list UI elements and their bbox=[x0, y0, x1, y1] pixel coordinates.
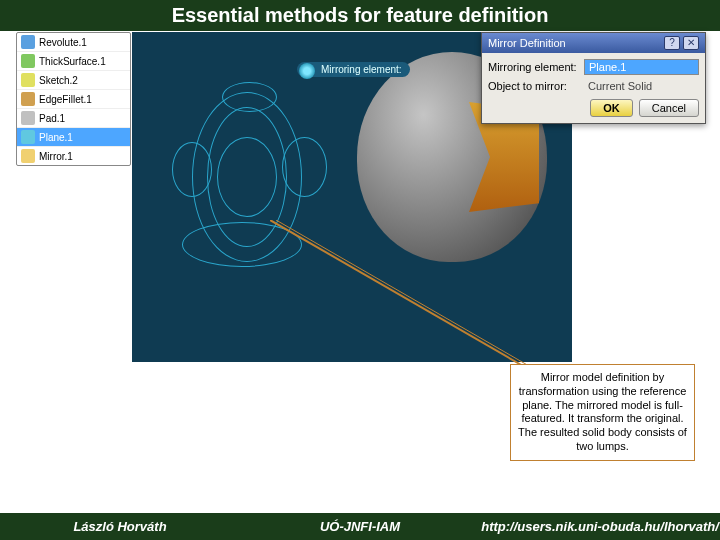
footer-url: http://users.nik.uni-obuda.hu/lhorvath/ bbox=[480, 519, 720, 534]
tree-item-pad[interactable]: Pad.1 bbox=[17, 109, 130, 128]
tree-label: Mirror.1 bbox=[39, 151, 73, 162]
callout-text: Mirror model definition by transformatio… bbox=[510, 364, 695, 461]
page-title: Essential methods for feature definition bbox=[0, 0, 720, 31]
tree-item-revolute[interactable]: Revolute.1 bbox=[17, 33, 130, 52]
tree-label: Revolute.1 bbox=[39, 37, 87, 48]
pad-icon bbox=[21, 111, 35, 125]
object-to-mirror-field: Current Solid bbox=[584, 79, 699, 93]
sketch-icon bbox=[21, 73, 35, 87]
tree-item-edgefillet[interactable]: EdgeFillet.1 bbox=[17, 90, 130, 109]
mirroring-element-field[interactable]: Plane.1 bbox=[584, 59, 699, 75]
tree-label: Sketch.2 bbox=[39, 75, 78, 86]
object-to-mirror-label: Object to mirror: bbox=[488, 80, 578, 92]
revolute-icon bbox=[21, 35, 35, 49]
footer-bar: László Horváth UÓ-JNFI-IAM http://users.… bbox=[0, 513, 720, 540]
help-button[interactable]: ? bbox=[664, 36, 680, 50]
tag-label: Mirroring element: bbox=[321, 64, 402, 75]
tree-item-sketch[interactable]: Sketch.2 bbox=[17, 71, 130, 90]
tree-label: Pad.1 bbox=[39, 113, 65, 124]
tree-item-thicksurface[interactable]: ThickSurface.1 bbox=[17, 52, 130, 71]
footer-org: UÓ-JNFI-IAM bbox=[240, 519, 480, 534]
close-button[interactable]: ✕ bbox=[683, 36, 699, 50]
dialog-body: Mirroring element: Plane.1 Object to mir… bbox=[482, 53, 705, 123]
mirror-tag-icon bbox=[299, 63, 315, 79]
footer-author: László Horváth bbox=[0, 519, 240, 534]
mirroring-element-label: Mirroring element: bbox=[488, 61, 578, 73]
tree-item-mirror[interactable]: Mirror.1 bbox=[17, 147, 130, 165]
dialog-title-text: Mirror Definition bbox=[488, 37, 566, 49]
tree-label: Plane.1 bbox=[39, 132, 73, 143]
ok-button[interactable]: OK bbox=[590, 99, 633, 117]
fillet-icon bbox=[21, 92, 35, 106]
wireframe-model bbox=[162, 82, 342, 282]
tree-label: ThickSurface.1 bbox=[39, 56, 106, 67]
tree-label: EdgeFillet.1 bbox=[39, 94, 92, 105]
feature-tree: Revolute.1 ThickSurface.1 Sketch.2 EdgeF… bbox=[16, 32, 131, 166]
mirror-icon bbox=[21, 149, 35, 163]
plane-icon bbox=[21, 130, 35, 144]
cancel-button[interactable]: Cancel bbox=[639, 99, 699, 117]
tree-item-plane[interactable]: Plane.1 bbox=[17, 128, 130, 147]
thicksurface-icon bbox=[21, 54, 35, 68]
mirror-definition-dialog: Mirror Definition ? ✕ Mirroring element:… bbox=[481, 32, 706, 124]
mirroring-element-tag[interactable]: Mirroring element: bbox=[297, 62, 410, 77]
dialog-titlebar[interactable]: Mirror Definition ? ✕ bbox=[482, 33, 705, 53]
